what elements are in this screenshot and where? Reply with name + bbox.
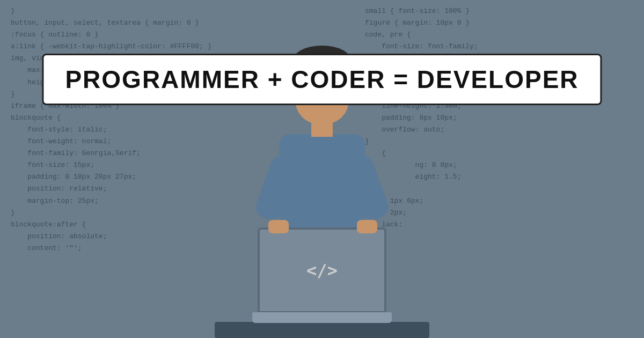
neck — [311, 121, 333, 137]
hand-right — [357, 220, 377, 233]
code-right: small { font-size: 100% } figure { margi… — [365, 5, 633, 231]
laptop-code-symbol: </> — [306, 260, 338, 281]
desk — [215, 322, 429, 338]
main-banner: PROGRAMMER + CODER = DEVELOPER — [42, 54, 602, 105]
laptop-base — [252, 312, 392, 323]
code-left: } button, input, select, textarea { marg… — [11, 5, 279, 254]
banner-text: PROGRAMMER + CODER = DEVELOPER — [65, 65, 579, 93]
hand-left — [268, 220, 289, 233]
torso — [279, 134, 365, 231]
laptop-screen: </> — [258, 227, 386, 313]
